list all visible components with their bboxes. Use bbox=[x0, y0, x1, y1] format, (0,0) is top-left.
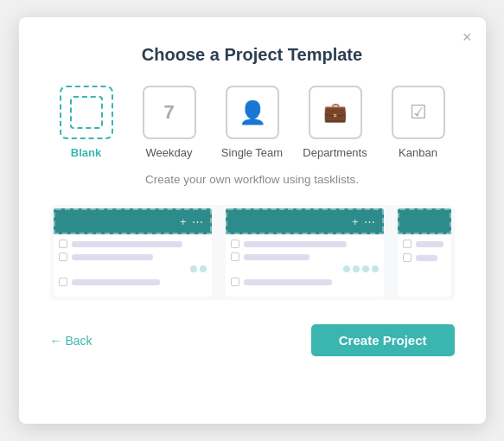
task-checkbox bbox=[403, 253, 411, 262]
task-row bbox=[231, 240, 379, 248]
template-kanban-label: Kanban bbox=[399, 146, 437, 159]
template-weekday-icon: 7 bbox=[143, 86, 196, 139]
template-kanban-icon: ☑ bbox=[392, 86, 445, 139]
template-kanban[interactable]: ☑ Kanban bbox=[384, 86, 453, 159]
task-bar bbox=[244, 279, 333, 285]
dot bbox=[372, 265, 379, 272]
more-icon: ⋯ bbox=[364, 215, 375, 228]
col-header-1: + ⋯ bbox=[54, 208, 212, 234]
briefcase-icon: 💼 bbox=[323, 101, 347, 124]
dots-row bbox=[231, 265, 379, 272]
col-header-2: + ⋯ bbox=[226, 208, 384, 234]
template-departments-icon: 💼 bbox=[309, 86, 362, 139]
add-icon: + bbox=[352, 215, 359, 228]
dot bbox=[190, 265, 197, 272]
template-single-team-label: Single Team bbox=[221, 146, 283, 159]
template-preview: + ⋯ bbox=[50, 205, 455, 300]
task-bar bbox=[244, 241, 348, 247]
weekday-icon: 7 bbox=[163, 103, 174, 122]
dot bbox=[343, 265, 350, 272]
col-body-3 bbox=[398, 234, 451, 297]
template-single-team-icon: 👤 bbox=[226, 86, 279, 139]
preview-col-2: + ⋯ bbox=[222, 205, 387, 300]
blank-dashed-box bbox=[70, 96, 103, 129]
preview-col-1: + ⋯ bbox=[50, 205, 215, 300]
template-weekday-label: Weekday bbox=[146, 146, 193, 159]
col-header-actions-1: + ⋯ bbox=[180, 215, 203, 228]
back-button[interactable]: ← Back bbox=[50, 334, 93, 348]
template-options: Blank 7 Weekday 👤 Single Team 💼 Departme… bbox=[50, 86, 455, 159]
task-checkbox bbox=[231, 252, 239, 261]
project-template-modal: × Choose a Project Template Blank 7 Week… bbox=[19, 17, 486, 424]
col-header-actions-2: + ⋯ bbox=[352, 215, 375, 228]
task-row bbox=[403, 253, 446, 262]
task-bar bbox=[244, 254, 310, 260]
template-blank-icon bbox=[60, 86, 113, 139]
task-row bbox=[231, 252, 379, 261]
kanban-icon: ☑ bbox=[410, 101, 427, 124]
close-button[interactable]: × bbox=[463, 29, 472, 45]
task-row bbox=[59, 240, 207, 248]
template-blank[interactable]: Blank bbox=[52, 86, 121, 159]
task-bar bbox=[72, 254, 153, 260]
preview-col-3 bbox=[394, 205, 455, 300]
modal-title: Choose a Project Template bbox=[50, 45, 455, 65]
template-single-team[interactable]: 👤 Single Team bbox=[218, 86, 287, 159]
col-body-1 bbox=[54, 234, 212, 297]
task-checkbox bbox=[403, 240, 411, 248]
dots-row bbox=[59, 265, 207, 272]
add-icon: + bbox=[180, 215, 187, 228]
dot bbox=[200, 265, 207, 272]
task-checkbox bbox=[231, 278, 239, 286]
dot bbox=[353, 265, 360, 272]
person-icon: 👤 bbox=[239, 99, 266, 126]
template-departments-label: Departments bbox=[303, 146, 367, 159]
task-bar bbox=[72, 241, 182, 247]
create-project-button[interactable]: Create Project bbox=[311, 324, 455, 356]
task-checkbox bbox=[231, 240, 239, 248]
task-row bbox=[59, 252, 207, 261]
template-blank-label: Blank bbox=[71, 146, 101, 159]
task-row bbox=[59, 278, 207, 286]
dot bbox=[362, 265, 369, 272]
col-body-2 bbox=[226, 234, 384, 297]
template-weekday[interactable]: 7 Weekday bbox=[135, 86, 204, 159]
template-departments[interactable]: 💼 Departments bbox=[301, 86, 370, 159]
task-bar bbox=[416, 255, 437, 261]
task-checkbox bbox=[59, 252, 67, 261]
more-icon: ⋯ bbox=[192, 215, 203, 228]
task-checkbox bbox=[59, 240, 67, 248]
task-row bbox=[231, 278, 379, 286]
task-checkbox bbox=[59, 278, 67, 286]
template-description: Create your own workflow using tasklists… bbox=[50, 173, 455, 186]
task-bar bbox=[72, 279, 161, 285]
task-bar bbox=[416, 241, 444, 247]
col-header-3 bbox=[398, 208, 451, 234]
modal-footer: ← Back Create Project bbox=[50, 324, 455, 356]
task-row bbox=[403, 240, 446, 248]
